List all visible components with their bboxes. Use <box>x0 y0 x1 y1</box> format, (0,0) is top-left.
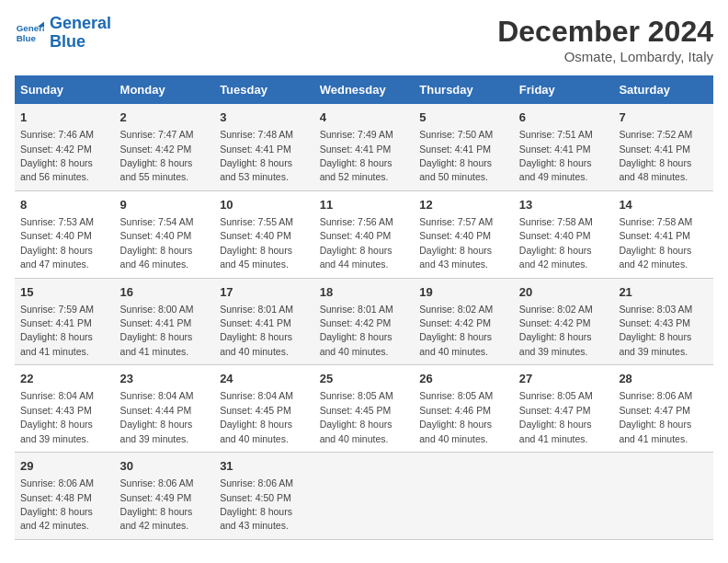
day-number: 6 <box>519 109 609 126</box>
day-info: Sunrise: 8:06 AMSunset: 4:50 PMDaylight:… <box>220 477 293 531</box>
day-info: Sunrise: 8:01 AMSunset: 4:42 PMDaylight:… <box>320 304 393 357</box>
day-info: Sunrise: 7:56 AMSunset: 4:40 PMDaylight:… <box>320 216 393 270</box>
day-info: Sunrise: 7:59 AMSunset: 4:41 PMDaylight:… <box>20 304 94 357</box>
calendar-header-row: SundayMondayTuesdayWednesdayThursdayFrid… <box>15 75 713 104</box>
calendar-cell: 17Sunrise: 8:01 AMSunset: 4:41 PMDayligh… <box>214 278 314 365</box>
day-number: 2 <box>120 109 210 126</box>
day-info: Sunrise: 8:02 AMSunset: 4:42 PMDaylight:… <box>419 304 493 357</box>
calendar-cell: 20Sunrise: 8:02 AMSunset: 4:42 PMDayligh… <box>514 278 614 365</box>
calendar-cell: 5Sunrise: 7:50 AMSunset: 4:41 PMDaylight… <box>414 104 514 190</box>
calendar-cell: 2Sunrise: 7:47 AMSunset: 4:42 PMDaylight… <box>115 104 215 190</box>
week-row-2: 8Sunrise: 7:53 AMSunset: 4:40 PMDaylight… <box>15 190 713 278</box>
column-header-wednesday: Wednesday <box>314 75 415 104</box>
day-number: 12 <box>419 197 508 213</box>
day-number: 11 <box>320 197 409 213</box>
day-number: 28 <box>619 371 708 387</box>
logo-icon: General Blue <box>15 18 44 48</box>
day-info: Sunrise: 8:04 AMSunset: 4:44 PMDaylight:… <box>120 390 194 443</box>
month-title: December 2024 <box>497 15 713 49</box>
day-info: Sunrise: 7:55 AMSunset: 4:40 PMDaylight:… <box>220 216 293 270</box>
day-number: 23 <box>120 371 210 387</box>
day-number: 29 <box>20 458 109 475</box>
calendar-cell: 8Sunrise: 7:53 AMSunset: 4:40 PMDaylight… <box>15 190 115 278</box>
logo: General Blue General Blue <box>15 15 111 52</box>
calendar-cell: 11Sunrise: 7:56 AMSunset: 4:40 PMDayligh… <box>314 190 415 278</box>
column-header-thursday: Thursday <box>414 75 514 104</box>
column-header-tuesday: Tuesday <box>214 75 314 104</box>
calendar-table: SundayMondayTuesdayWednesdayThursdayFrid… <box>15 75 713 540</box>
calendar-cell: 25Sunrise: 8:05 AMSunset: 4:45 PMDayligh… <box>314 365 415 453</box>
day-info: Sunrise: 8:06 AMSunset: 4:48 PMDaylight:… <box>20 477 94 531</box>
title-area: December 2024 Osmate, Lombardy, Italy <box>497 15 713 64</box>
day-info: Sunrise: 7:50 AMSunset: 4:41 PMDaylight:… <box>419 129 493 182</box>
day-number: 27 <box>519 371 609 387</box>
day-number: 21 <box>619 284 708 301</box>
day-number: 30 <box>120 458 210 475</box>
week-row-1: 1Sunrise: 7:46 AMSunset: 4:42 PMDaylight… <box>15 104 713 190</box>
calendar-cell: 1Sunrise: 7:46 AMSunset: 4:42 PMDaylight… <box>15 104 115 190</box>
day-number: 24 <box>220 371 309 387</box>
calendar-cell: 27Sunrise: 8:05 AMSunset: 4:47 PMDayligh… <box>514 365 614 453</box>
day-info: Sunrise: 7:51 AMSunset: 4:41 PMDaylight:… <box>519 129 593 182</box>
calendar-cell: 13Sunrise: 7:58 AMSunset: 4:40 PMDayligh… <box>514 190 614 278</box>
day-number: 3 <box>220 109 309 126</box>
column-header-saturday: Saturday <box>613 75 713 104</box>
day-number: 20 <box>519 284 609 301</box>
calendar-cell: 31Sunrise: 8:06 AMSunset: 4:50 PMDayligh… <box>214 453 314 540</box>
day-info: Sunrise: 7:53 AMSunset: 4:40 PMDaylight:… <box>20 216 94 270</box>
day-number: 15 <box>20 284 109 301</box>
calendar-cell: 9Sunrise: 7:54 AMSunset: 4:40 PMDaylight… <box>115 190 215 278</box>
day-number: 4 <box>320 109 409 126</box>
calendar-cell: 19Sunrise: 8:02 AMSunset: 4:42 PMDayligh… <box>414 278 514 365</box>
svg-text:Blue: Blue <box>17 33 37 43</box>
week-row-5: 29Sunrise: 8:06 AMSunset: 4:48 PMDayligh… <box>15 453 713 540</box>
calendar-cell: 26Sunrise: 8:05 AMSunset: 4:46 PMDayligh… <box>414 365 514 453</box>
day-info: Sunrise: 7:58 AMSunset: 4:40 PMDaylight:… <box>519 216 593 270</box>
day-number: 18 <box>320 284 409 301</box>
week-row-3: 15Sunrise: 7:59 AMSunset: 4:41 PMDayligh… <box>15 278 713 365</box>
calendar-cell <box>613 453 713 540</box>
day-number: 13 <box>519 197 609 213</box>
calendar-cell: 23Sunrise: 8:04 AMSunset: 4:44 PMDayligh… <box>115 365 215 453</box>
day-number: 9 <box>120 197 210 213</box>
day-info: Sunrise: 7:46 AMSunset: 4:42 PMDaylight:… <box>20 129 94 182</box>
calendar-cell: 15Sunrise: 7:59 AMSunset: 4:41 PMDayligh… <box>15 278 115 365</box>
calendar-cell: 12Sunrise: 7:57 AMSunset: 4:40 PMDayligh… <box>414 190 514 278</box>
calendar-cell: 3Sunrise: 7:48 AMSunset: 4:41 PMDaylight… <box>214 104 314 190</box>
column-header-friday: Friday <box>514 75 614 104</box>
day-info: Sunrise: 7:49 AMSunset: 4:41 PMDaylight:… <box>320 129 393 182</box>
day-number: 22 <box>20 371 109 387</box>
day-number: 16 <box>120 284 210 301</box>
location-title: Osmate, Lombardy, Italy <box>497 49 713 64</box>
calendar-cell: 10Sunrise: 7:55 AMSunset: 4:40 PMDayligh… <box>214 190 314 278</box>
day-info: Sunrise: 8:00 AMSunset: 4:41 PMDaylight:… <box>120 304 194 357</box>
calendar-cell <box>314 453 415 540</box>
calendar-cell: 30Sunrise: 8:06 AMSunset: 4:49 PMDayligh… <box>115 453 215 540</box>
day-number: 10 <box>220 197 309 213</box>
day-info: Sunrise: 8:06 AMSunset: 4:47 PMDaylight:… <box>619 390 692 443</box>
day-number: 14 <box>619 197 708 213</box>
day-info: Sunrise: 8:06 AMSunset: 4:49 PMDaylight:… <box>120 477 194 531</box>
day-number: 17 <box>220 284 309 301</box>
day-info: Sunrise: 8:04 AMSunset: 4:45 PMDaylight:… <box>220 390 293 443</box>
day-info: Sunrise: 8:03 AMSunset: 4:43 PMDaylight:… <box>619 304 692 357</box>
day-info: Sunrise: 8:01 AMSunset: 4:41 PMDaylight:… <box>220 304 293 357</box>
day-number: 25 <box>320 371 409 387</box>
column-header-sunday: Sunday <box>15 75 115 104</box>
day-number: 19 <box>419 284 508 301</box>
day-info: Sunrise: 8:02 AMSunset: 4:42 PMDaylight:… <box>519 304 593 357</box>
day-info: Sunrise: 7:54 AMSunset: 4:40 PMDaylight:… <box>120 216 194 270</box>
day-info: Sunrise: 7:57 AMSunset: 4:40 PMDaylight:… <box>419 216 493 270</box>
calendar-cell: 16Sunrise: 8:00 AMSunset: 4:41 PMDayligh… <box>115 278 215 365</box>
day-number: 5 <box>419 109 508 126</box>
day-number: 7 <box>619 109 708 126</box>
day-number: 1 <box>20 109 109 126</box>
day-info: Sunrise: 8:05 AMSunset: 4:47 PMDaylight:… <box>519 390 593 443</box>
day-info: Sunrise: 8:05 AMSunset: 4:46 PMDaylight:… <box>419 390 493 443</box>
calendar-cell: 22Sunrise: 8:04 AMSunset: 4:43 PMDayligh… <box>15 365 115 453</box>
week-row-4: 22Sunrise: 8:04 AMSunset: 4:43 PMDayligh… <box>15 365 713 453</box>
calendar-cell: 14Sunrise: 7:58 AMSunset: 4:41 PMDayligh… <box>613 190 713 278</box>
day-info: Sunrise: 7:47 AMSunset: 4:42 PMDaylight:… <box>120 129 194 182</box>
column-header-monday: Monday <box>115 75 215 104</box>
page-header: General Blue General Blue December 2024 … <box>15 15 713 64</box>
